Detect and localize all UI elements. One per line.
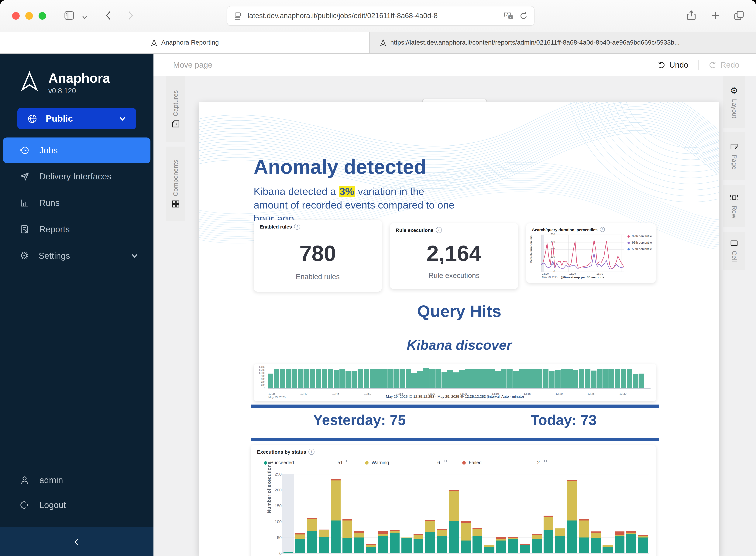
- forward-button[interactable]: [125, 10, 136, 21]
- section-title: Query Hits: [199, 302, 719, 321]
- logout-button[interactable]: Logout: [0, 492, 154, 518]
- stacked-bar: [567, 480, 577, 553]
- translate-icon[interactable]: Ax: [504, 11, 514, 21]
- minimize-window-button[interactable]: [25, 12, 33, 20]
- new-tab-icon[interactable]: [710, 10, 721, 21]
- tab-overview-icon[interactable]: [733, 10, 745, 21]
- share-icon[interactable]: [686, 10, 697, 21]
- bar-segment-succeeded: [555, 536, 565, 553]
- info-icon[interactable]: i: [294, 223, 300, 230]
- stat-card-rule-executions[interactable]: Rule executionsi 2,164 Rule executions: [390, 223, 518, 289]
- info-icon[interactable]: i: [308, 449, 315, 455]
- anaphora-logo-icon: [19, 71, 40, 92]
- stat-label: Enabled rules: [254, 273, 382, 281]
- address-bar[interactable]: latest.dev.anaphora.it/public/jobs/edit/…: [227, 6, 534, 26]
- legend-menu-icon[interactable]: [445, 460, 447, 463]
- sidebar-item-label: Jobs: [39, 145, 58, 155]
- tab-cell[interactable]: Cell: [723, 232, 745, 270]
- histogram-bar: [543, 369, 549, 388]
- move-page-button[interactable]: Move page: [173, 54, 212, 76]
- sidebar-item-label: Delivery Interfaces: [39, 171, 111, 181]
- info-icon[interactable]: i: [600, 227, 604, 232]
- histogram-bar: [603, 370, 609, 388]
- tab-layout[interactable]: ⚙ Layout: [723, 76, 745, 129]
- stat-label: Rule executions: [390, 272, 518, 280]
- bar-segment-failed: [472, 528, 483, 529]
- tab-page[interactable]: Page: [723, 132, 745, 180]
- stacked-bar: [603, 545, 613, 553]
- stat-card-enabled-rules[interactable]: Enabled rulesi 780 Enabled rules: [254, 220, 382, 291]
- today-stat: Today: 73: [465, 412, 662, 428]
- legend-menu-icon[interactable]: [544, 460, 547, 463]
- bar-segment-failed: [342, 519, 353, 521]
- bar-segment-succeeded: [603, 547, 613, 553]
- histogram-bar: [352, 371, 357, 388]
- sidebar-item-delivery-interfaces[interactable]: Delivery Interfaces: [0, 163, 154, 189]
- tab-row[interactable]: Row: [723, 185, 745, 228]
- report-heading: Anomaly detected: [254, 155, 426, 178]
- legend-count: 6: [437, 460, 440, 465]
- bar-segment-failed: [354, 530, 364, 532]
- x-tick: 13:28: [472, 555, 483, 556]
- bar-segment-succeeded: [591, 538, 601, 553]
- x-tick: 13:25: [401, 555, 412, 556]
- histogram-bar: [298, 369, 303, 388]
- percentiles-chart-card[interactable]: Search/query duration, percentilesi Sear…: [526, 223, 656, 283]
- zoom-window-button[interactable]: [38, 12, 46, 20]
- url-text: latest.dev.anaphora.it/public/jobs/edit/…: [248, 12, 504, 20]
- tab-captures[interactable]: Captures: [166, 76, 185, 142]
- report-canvas[interactable]: Anomaly detected Kibana detected a 3% va…: [199, 102, 719, 556]
- close-window-button[interactable]: [12, 12, 20, 20]
- redo-button[interactable]: Redo: [709, 61, 739, 69]
- stacked-bar: [555, 528, 565, 553]
- histogram-bar: [435, 369, 441, 388]
- info-icon[interactable]: i: [436, 227, 442, 233]
- histogram-bar: [399, 369, 405, 388]
- legend-item: Warning: [365, 460, 389, 465]
- x-tick: 13:30: [520, 555, 530, 556]
- query-hits-histogram-card[interactable]: 02004006008001,0001,2001,40012:35May 29,…: [254, 364, 656, 401]
- back-button[interactable]: [103, 10, 114, 21]
- legend-menu-icon[interactable]: [346, 460, 349, 463]
- svg-text:A: A: [506, 13, 509, 16]
- executions-by-status-card[interactable]: Executions by statusi Succeeded51Warning…: [251, 445, 656, 556]
- sidebar-item-reports[interactable]: Reports: [0, 216, 154, 243]
- histogram-bar: [621, 369, 626, 388]
- reader-view-icon[interactable]: [233, 11, 242, 21]
- stacked-bar: [615, 531, 624, 553]
- cell-icon: [730, 240, 738, 247]
- histogram-bar: [286, 369, 291, 388]
- legend-dot: [365, 461, 368, 464]
- browser-toolbar: latest.dev.anaphora.it/public/jobs/edit/…: [0, 0, 756, 32]
- bar-segment-succeeded: [307, 530, 317, 553]
- histogram-bar: [585, 369, 590, 388]
- histogram-bar: [615, 369, 620, 388]
- workspace-selector[interactable]: Public: [18, 108, 136, 129]
- collapse-sidebar-button[interactable]: [0, 527, 154, 556]
- bar-segment-warning: [413, 535, 423, 540]
- sidebar-item-jobs[interactable]: Jobs: [3, 138, 151, 163]
- sidebar-item-runs[interactable]: Runs: [0, 189, 154, 216]
- bar-segment-succeeded: [461, 541, 471, 553]
- workspace-label: Public: [46, 113, 73, 124]
- tab-report-url[interactable]: https://latest.dev.anaphora.it/content/r…: [369, 32, 756, 53]
- sidebar-nav: Jobs Delivery Interfaces Runs: [0, 138, 154, 269]
- bar-segment-succeeded: [449, 521, 459, 553]
- logout-icon: [20, 500, 30, 510]
- histogram-bar: [280, 369, 285, 388]
- reload-icon[interactable]: [519, 11, 528, 21]
- chevron-down-icon[interactable]: [81, 14, 88, 21]
- x-tick: 13:21: [307, 555, 317, 556]
- tab-components[interactable]: Components: [166, 146, 185, 221]
- bar-segment-succeeded: [342, 538, 353, 553]
- user-menu[interactable]: admin: [0, 467, 154, 492]
- sidebar-toggle-icon[interactable]: [64, 10, 75, 21]
- tab-anaphora-reporting[interactable]: Anaphora Reporting: [0, 32, 369, 53]
- undo-button[interactable]: Undo: [657, 61, 688, 69]
- histogram-bar: [423, 368, 429, 388]
- stacked-bar: [496, 536, 506, 553]
- sidebar-item-settings[interactable]: ⚙ Settings: [0, 243, 154, 269]
- bar-segment-succeeded: [390, 532, 400, 553]
- legend-item: 99th percentile: [627, 235, 652, 238]
- report-document-icon: [20, 224, 30, 234]
